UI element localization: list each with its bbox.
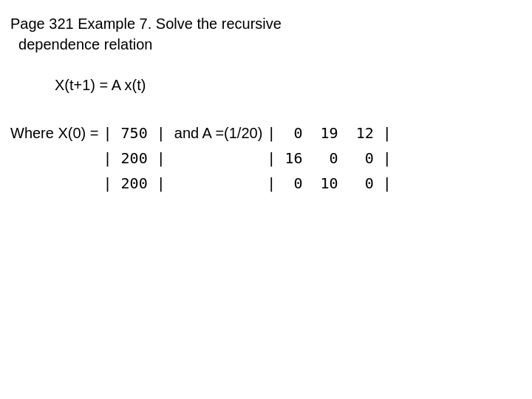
page-container: Page 321 Example 7. Solve the recursive … [0,0,532,211]
equation-text: X(t+1) = A x(t) [55,77,146,93]
x0-row-1: | 750 | [103,120,165,146]
title-line1: Page 321 Example 7. Solve the recursive [10,13,517,34]
equation-block: X(t+1) = A x(t) [55,77,517,94]
where-label: Where X(0) = [10,120,98,146]
a-row-3: | 0 10 0 | [267,171,392,196]
x0-row-2: | 200 | [103,146,165,171]
title-block: Page 321 Example 7. Solve the recursive … [10,13,517,55]
matrix-x0: | 750 | | 200 | | 200 | [103,120,165,196]
where-block: Where X(0) = | 750 | | 200 | | 200 | and… [10,120,517,196]
matrix-a: | 0 19 12 | | 16 0 0 | | 0 10 0 | [267,120,392,196]
a-row-2: | 16 0 0 | [267,146,392,171]
and-label: and A =(1/20) [174,120,263,146]
title-line2: dependence relation [10,34,517,55]
a-row-1: | 0 19 12 | [267,120,392,146]
x0-row-3: | 200 | [103,171,165,196]
